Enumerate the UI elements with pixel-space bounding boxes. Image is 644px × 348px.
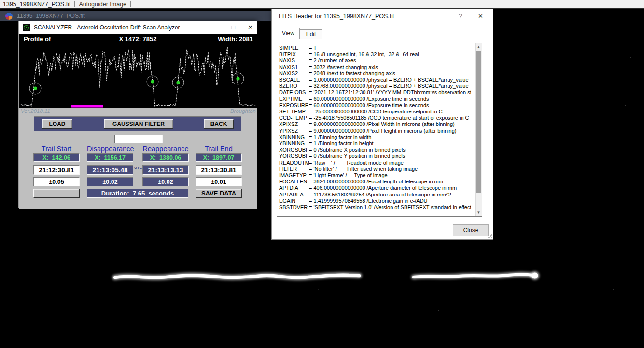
trail-start-x-value: X: 142.06 xyxy=(33,153,80,162)
status-strip: Ver.2018.11 Broughton xyxy=(19,108,257,115)
document-tab-strip: 1395_1998XN77_POS.fit Autoguider Image xyxy=(0,0,644,9)
fits-keyword-row[interactable]: NAXIS= 2 /number of axes xyxy=(279,57,471,64)
scanalyzer-window-title: SCANALYZER - Asteroid Occultation Drift-… xyxy=(34,24,180,31)
fits-keyword-row[interactable]: NAXIS2= 2048 /next to fastest changing a… xyxy=(279,70,471,77)
image-window-titlebar[interactable]: 11395_1998XN77_POS.fit xyxy=(0,11,271,21)
fits-keyword-row[interactable]: EXPTIME= 60.000000000000000 /Exposure ti… xyxy=(279,96,471,102)
trail-start-uncertainty: ±0.05 xyxy=(33,177,80,186)
fits-keyword-row[interactable]: XPIXSZ= 9.0000000000000000 /Pixel Width … xyxy=(279,121,471,127)
reappearance-uncertainty: ±0.02 xyxy=(142,177,189,186)
scrollbar[interactable]: ▲ ▼ xyxy=(475,43,482,216)
reappearance-time: 21:13:13.13 xyxy=(142,165,189,175)
disappearance-header: Disappearance xyxy=(87,145,133,153)
profile-plot-area: Profile of X 1472: 7852 Width: 2081 xyxy=(19,34,257,108)
reappearance-x-value: X: 1380.06 xyxy=(142,153,189,162)
fits-keyword-row[interactable]: BSCALE= 1.0000000000000000 /physical = B… xyxy=(279,77,471,83)
scanalyzer-app-icon xyxy=(23,24,30,31)
fits-keyword-row[interactable]: BITPIX= 16 /8 unsigned int, 16 & 32 int,… xyxy=(279,51,471,57)
trail-end-header: Trail End xyxy=(196,145,242,153)
fits-keyword-row[interactable]: YORGSUBF= 0 /Subframe Y position in binn… xyxy=(279,153,471,159)
event-markers xyxy=(29,73,244,94)
fits-keyword-row[interactable]: READOUTM= 'Raw ' / Readout mode of image xyxy=(279,160,471,166)
reappearance-header: Reappearance xyxy=(142,145,189,153)
tab-separator xyxy=(74,1,75,7)
fits-keyword-row[interactable]: APTDIA= 406.00000000000000 /Aperture dia… xyxy=(279,185,471,191)
fits-keyword-row[interactable]: NAXIS1= 3072 /fastest changing axis xyxy=(279,64,471,70)
tab-autoguider-image[interactable]: Autoguider Image xyxy=(76,1,129,8)
fits-keyword-row[interactable]: SBSTDVER= 'SBFITSEXT Version 1.0' /Versi… xyxy=(279,204,471,210)
fits-keyword-row[interactable]: XBINNING= 1 /Binning factor in width xyxy=(279,134,471,140)
fits-keyword-row[interactable]: BZERO= 32768.000000000000 /physical = BZ… xyxy=(279,83,471,89)
trail-end-uncertainty: ±0.01 xyxy=(196,177,242,186)
fits-keyword-list[interactable]: SIMPLE= TBITPIX= 16 /8 unsigned int, 16 … xyxy=(277,43,482,217)
fits-window-title: FITS Header for 11395_1998XN77_POS.fit xyxy=(279,13,394,20)
disappearance-uncertainty: ±0.02 xyxy=(87,177,133,186)
scanalyzer-titlebar[interactable]: SCANALYZER - Asteroid Occultation Drift-… xyxy=(19,21,257,34)
scanalyzer-window: SCANALYZER - Asteroid Occultation Drift-… xyxy=(18,21,257,208)
fits-keyword-row[interactable]: FILTER= 'No filter' / Filter used when t… xyxy=(279,166,471,172)
fits-keyword-row[interactable]: SET-TEMP= -25.000000000000000 /CCD tempe… xyxy=(279,109,471,115)
trail-end-time: 21:13:30.81 xyxy=(196,165,242,175)
fits-keyword-row[interactable]: YBINNING= 1 /Binning factor in height xyxy=(279,140,471,147)
scroll-up-icon[interactable]: ▲ xyxy=(476,43,482,51)
disappearance-x-value: X: 1156.17 xyxy=(87,153,133,162)
star-trail-1 xyxy=(115,275,359,278)
fits-keyword-row[interactable]: XORGSUBF= 0 /Subframe X position in binn… xyxy=(279,147,471,153)
close-button[interactable]: Close xyxy=(453,224,489,236)
trail-start-time: 21:12:30.81 xyxy=(33,165,80,175)
fits-titlebar[interactable]: FITS Header for 11395_1998XN77_POS.fit ?… xyxy=(272,9,493,24)
duration-readout: Duration: 7.65 seconds xyxy=(87,189,188,198)
fits-keyword-row[interactable]: SIMPLE= T xyxy=(279,45,471,51)
utc-label: UTC xyxy=(134,166,142,170)
trail-end-x-value: X: 1897.07 xyxy=(196,153,242,162)
screen: 1395_1998XN77_POS.fit Autoguider Image 1… xyxy=(0,0,644,348)
scrollbar-thumb[interactable] xyxy=(476,51,481,193)
fits-keyword-row[interactable]: APTAREA= 111738.56180269254 /Aperture ar… xyxy=(279,192,471,198)
maximize-icon[interactable]: □ xyxy=(231,21,235,34)
tab-view[interactable]: View xyxy=(277,28,300,39)
trail-start-column: Trail Start X: 142.06 21:12:30.81 ±0.05 xyxy=(33,115,80,209)
intensity-profile-trace[interactable] xyxy=(19,43,257,108)
fits-header-window: FITS Header for 11395_1998XN77_POS.fit ?… xyxy=(271,9,493,240)
star-trail-2 xyxy=(414,271,539,280)
save-data-button[interactable]: SAVE DATA xyxy=(196,189,242,198)
tab-separator xyxy=(130,1,131,7)
fits-keyword-row[interactable]: EGAIN= 1.4199999570846558 /Electronic ga… xyxy=(279,198,471,204)
trail-start-header: Trail Start xyxy=(33,145,80,153)
close-icon[interactable]: ✕ xyxy=(478,13,483,20)
maxim-image-icon xyxy=(5,13,13,20)
minimize-icon[interactable]: — xyxy=(212,21,219,34)
trail-end-column: Trail End X: 1897.07 21:13:30.81 ±0.01 S… xyxy=(196,115,242,209)
disappearance-time: 21:13:05.48 xyxy=(87,165,133,175)
width-readout: Width: 2081 xyxy=(218,35,253,42)
version-label: Ver.2018.11 xyxy=(21,108,50,114)
control-panel: LOAD GAUSSIAN FILTER BACK Trail Start X:… xyxy=(19,115,257,209)
image-window-title: 11395_1998XN77_POS.fit xyxy=(17,13,85,19)
help-icon[interactable]: ? xyxy=(459,13,462,20)
fits-keyword-row[interactable]: FOCALLEN= 3624.0000000000000 /Focal leng… xyxy=(279,179,471,185)
fits-keyword-row[interactable]: DATE-OBS= '2021-12-16T21:12:30.81' /YYYY… xyxy=(279,89,471,96)
fits-keyword-row[interactable]: YPIXSZ= 9.0000000000000000 /Pixel Height… xyxy=(279,128,471,134)
tab-edit[interactable]: Edit xyxy=(300,29,322,39)
blank-button[interactable] xyxy=(33,189,80,198)
tab-image-file[interactable]: 1395_1998XN77_POS.fit xyxy=(0,1,73,8)
fits-keyword-row[interactable]: CCD-TEMP= -25.401875508501185 /CCD tempe… xyxy=(279,115,471,121)
fits-keyword-row[interactable]: EXPOSURE= 60.000000000000000 /Exposure t… xyxy=(279,102,471,109)
selection-marker-bar xyxy=(71,105,103,108)
author-label: Broughton xyxy=(230,108,256,114)
scroll-down-icon[interactable]: ▼ xyxy=(476,209,482,216)
close-icon[interactable]: ✕ xyxy=(248,21,253,34)
fits-keyword-row[interactable]: IMAGETYP= 'Light Frame' / Type of image xyxy=(279,172,471,179)
